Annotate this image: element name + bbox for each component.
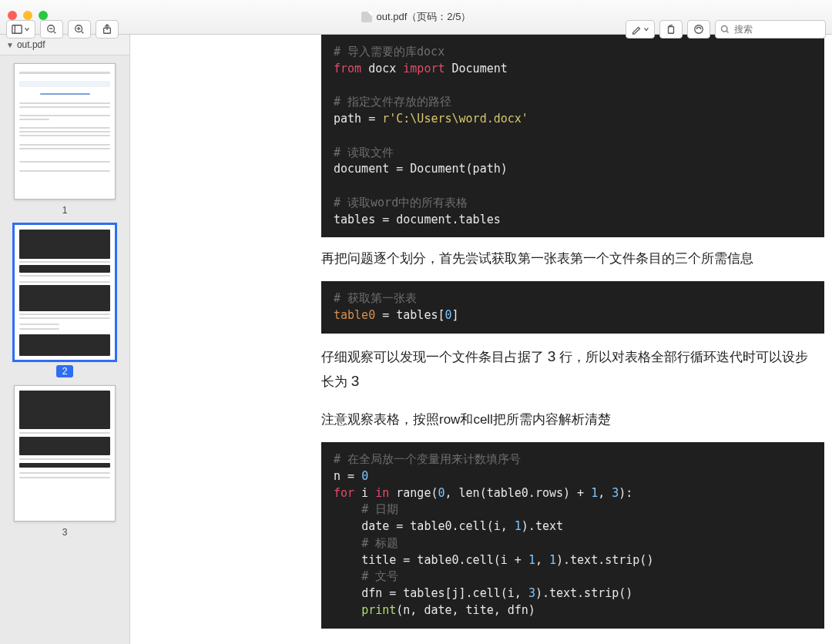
- zoom-in-icon: [74, 24, 85, 35]
- zoom-out-button[interactable]: [40, 20, 63, 39]
- zoom-out-icon: [46, 24, 57, 35]
- rotate-icon: [666, 24, 676, 35]
- paragraph: 再把问题逐个划分，首先尝试获取第一张表第一个文件条目的三个所需信息: [321, 237, 809, 281]
- thumbnail-page-1[interactable]: 1: [14, 63, 116, 216]
- svg-line-6: [82, 32, 84, 34]
- sidebar-icon: [12, 24, 22, 35]
- search-field[interactable]: [715, 20, 826, 39]
- paragraph: 仔细观察可以发现一个文件条目占据了 3 行，所以对表格全部行循环迭代时可以设步长…: [321, 334, 809, 405]
- page-number-label: 2: [56, 365, 73, 377]
- zoom-in-button[interactable]: [68, 20, 91, 39]
- page-2: # 导入需要的库docx from docx import Document #…: [130, 35, 832, 644]
- page-number-label: 1: [56, 204, 73, 216]
- pdf-content-area[interactable]: # 导入需要的库docx from docx import Document #…: [130, 35, 832, 644]
- code-block-3: # 在全局放一个变量用来计数填序号 n = 0 for i in range(0…: [321, 442, 824, 629]
- code-block-1: # 导入需要的库docx from docx import Document #…: [321, 35, 824, 237]
- paragraph: 注意观察表格，按照row和cell把所需内容解析清楚: [321, 404, 809, 442]
- svg-point-13: [722, 26, 728, 32]
- paragraph: 接下来需要解决的是，时间我们获取的是 2/1 这种 日/月 的形式。我们需要转化…: [321, 629, 809, 644]
- body: ▼ out.pdf 1: [0, 35, 832, 644]
- share-icon: [102, 24, 112, 35]
- svg-point-12: [695, 25, 703, 34]
- svg-line-14: [726, 31, 728, 32]
- thumbnails-sidebar: ▼ out.pdf 1: [0, 35, 130, 644]
- chevron-down-icon: [24, 26, 30, 32]
- magnifying-glass-icon: [720, 25, 730, 34]
- thumbnail-page-3[interactable]: 3: [14, 385, 116, 538]
- app-window: out.pdf（页码：2/5）: [0, 0, 832, 644]
- pencil-icon: [631, 24, 642, 35]
- thumbnail-image: [14, 224, 116, 361]
- share-button[interactable]: [96, 20, 119, 39]
- markup-icon: [693, 24, 704, 35]
- markup-button[interactable]: [626, 20, 655, 39]
- thumbnail-page-2[interactable]: 2: [14, 224, 116, 377]
- highlight-button[interactable]: [687, 20, 710, 39]
- thumbnail-image: [14, 63, 116, 200]
- disclosure-triangle-icon: ▼: [6, 41, 14, 49]
- page-number-label: 3: [56, 526, 73, 538]
- rotate-button[interactable]: [659, 20, 683, 39]
- search-input[interactable]: [733, 23, 813, 35]
- toolbar: [0, 17, 832, 42]
- chevron-down-icon: [643, 26, 649, 32]
- svg-line-3: [54, 32, 56, 34]
- svg-rect-0: [12, 25, 22, 34]
- thumbnail-image: [14, 385, 116, 522]
- svg-rect-11: [669, 27, 674, 34]
- sidebar-toggle-button[interactable]: [6, 20, 35, 39]
- thumbnails-list: 1 2: [0, 55, 129, 644]
- code-block-2: # 获取第一张表 table0 = tables[0]: [321, 281, 824, 334]
- titlebar: out.pdf（页码：2/5）: [0, 0, 832, 35]
